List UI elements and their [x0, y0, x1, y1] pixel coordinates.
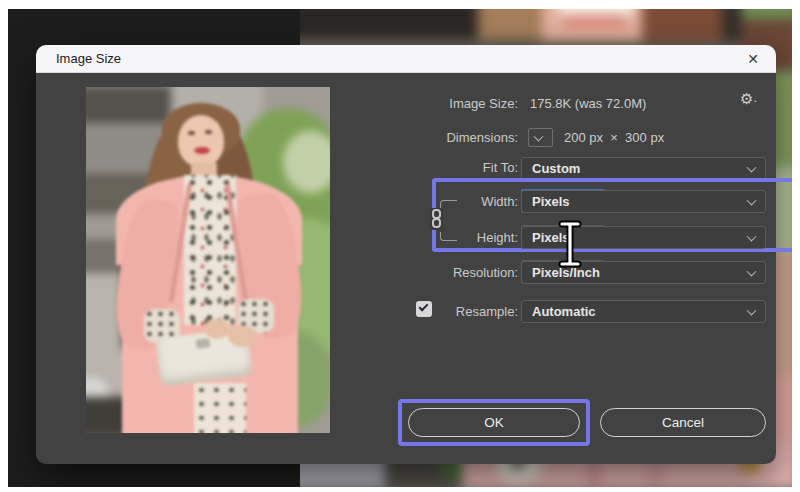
dialog-body: Image Size: 175.8K (was 72.0M) ⚙. Dimens… [36, 73, 776, 464]
image-size-label: Image Size: [366, 96, 518, 111]
dimensions-label: Dimensions: [366, 130, 518, 145]
preview-subject [86, 87, 330, 433]
ibeam-cursor [555, 219, 585, 269]
resample-label: Resample: [366, 304, 518, 319]
chevron-down-icon [747, 305, 757, 315]
desktop-background: Image Size ✕ [8, 9, 792, 487]
cancel-button[interactable]: Cancel [600, 408, 766, 437]
resolution-label: Resolution: [366, 265, 518, 280]
fit-to-dropdown[interactable]: Custom [521, 157, 766, 180]
chevron-down-icon [747, 195, 757, 205]
dialog-titlebar[interactable]: Image Size ✕ [36, 45, 776, 73]
fit-to-label: Fit To: [366, 160, 518, 175]
resample-dropdown[interactable]: Automatic [521, 300, 766, 323]
dimensions-value: 200 px × 300 px [564, 130, 664, 145]
width-unit-dropdown[interactable]: Pixels [521, 190, 766, 213]
image-size-value: 175.8K (was 72.0M) [530, 96, 646, 111]
close-icon[interactable]: ✕ [743, 49, 763, 69]
dimensions-unit-dropdown[interactable] [528, 128, 553, 147]
height-label: Height: [366, 230, 518, 245]
screenshot-root: { "window": { "title": "Image Size" }, "… [0, 0, 800, 492]
image-size-dialog: Image Size ✕ [36, 45, 776, 464]
gear-icon[interactable]: ⚙. [740, 90, 757, 108]
chevron-down-icon [747, 266, 757, 276]
link-icon[interactable] [430, 208, 443, 230]
ok-button[interactable]: OK [408, 408, 580, 437]
dialog-title: Image Size [56, 51, 121, 66]
width-label: Width: [366, 194, 518, 209]
chevron-down-icon [534, 131, 544, 141]
chevron-down-icon [747, 162, 757, 172]
chevron-down-icon [747, 231, 757, 241]
preview-image [86, 87, 330, 433]
